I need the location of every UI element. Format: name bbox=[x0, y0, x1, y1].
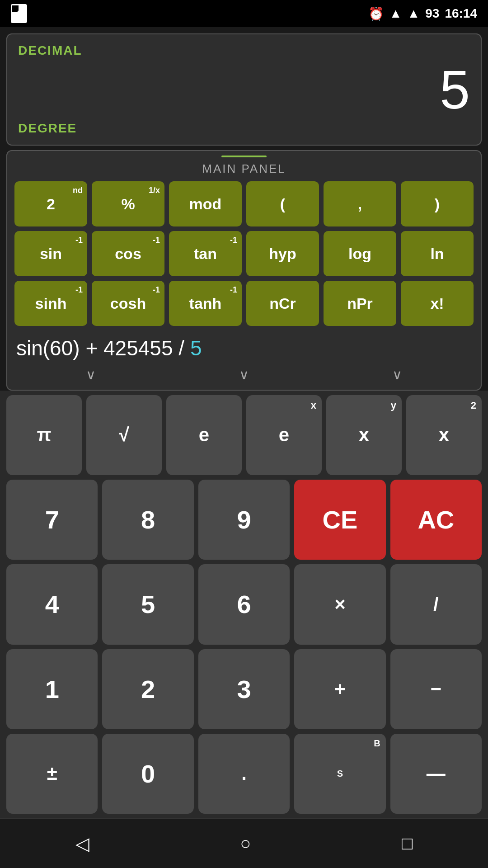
battery-level: 93 bbox=[425, 6, 439, 21]
btn-9[interactable]: 9 bbox=[198, 480, 290, 560]
btn-tanh[interactable]: tanh-1 bbox=[169, 281, 242, 326]
btn-x2[interactable]: x2 bbox=[406, 395, 482, 475]
btn-minus[interactable]: − bbox=[390, 649, 482, 729]
btn-6[interactable]: 6 bbox=[198, 564, 290, 644]
chevron-row: ∨ ∨ ∨ bbox=[14, 364, 474, 383]
back-button[interactable]: ◁ bbox=[75, 833, 89, 854]
btn-sqrt[interactable]: √ bbox=[86, 395, 162, 475]
display-area: DECIMAL 5 DEGREE bbox=[6, 33, 482, 146]
btn-xy[interactable]: xy bbox=[326, 395, 402, 475]
chevron-left[interactable]: ∨ bbox=[86, 367, 96, 382]
num-row-2: 4 5 6 × / bbox=[6, 564, 482, 644]
num-row-3: 1 2 3 + − bbox=[6, 649, 482, 729]
btn-mod[interactable]: mod bbox=[169, 181, 242, 226]
main-panel: MAIN PANEL 2nd %1/x mod ( , ) sin-1 cos-… bbox=[6, 150, 482, 391]
signal-icon: ▲ bbox=[408, 6, 420, 21]
btn-7[interactable]: 7 bbox=[6, 480, 98, 560]
btn-ce[interactable]: CE bbox=[294, 480, 385, 560]
btn-divide[interactable]: / bbox=[390, 564, 482, 644]
nav-bar: ◁ ○ □ bbox=[0, 818, 488, 868]
decimal-label: DECIMAL bbox=[18, 43, 470, 58]
chevron-center[interactable]: ∨ bbox=[239, 367, 249, 382]
expression-highlight: 5 bbox=[190, 336, 202, 360]
btn-log[interactable]: log bbox=[324, 231, 396, 276]
degree-label: DEGREE bbox=[18, 121, 470, 136]
status-right: ⏰ ▲ ▲ 93 16:14 bbox=[368, 6, 477, 21]
btn-sin[interactable]: sin-1 bbox=[14, 231, 87, 276]
status-left bbox=[11, 4, 27, 23]
btn-plusminus[interactable]: ± bbox=[6, 734, 98, 814]
btn-1[interactable]: 1 bbox=[6, 649, 98, 729]
btn-plus[interactable]: + bbox=[294, 649, 385, 729]
btn-cos[interactable]: cos-1 bbox=[92, 231, 164, 276]
sci-row-2: sin-1 cos-1 tan-1 hyp log ln bbox=[14, 231, 474, 276]
main-panel-title: MAIN PANEL bbox=[14, 156, 474, 176]
alarm-icon: ⏰ bbox=[368, 6, 384, 21]
time-display: 16:14 bbox=[445, 6, 477, 21]
btn-ac[interactable]: AC bbox=[390, 480, 482, 560]
btn-8[interactable]: 8 bbox=[102, 480, 193, 560]
expression-text: sin(60) + 425455 / bbox=[16, 336, 190, 360]
btn-equals[interactable]: — bbox=[390, 734, 482, 814]
sci-row-3: sinh-1 cosh-1 tanh-1 nCr nPr x! bbox=[14, 281, 474, 326]
btn-euler[interactable]: e bbox=[166, 395, 242, 475]
wifi-icon: ▲ bbox=[389, 6, 402, 21]
home-button[interactable]: ○ bbox=[240, 833, 251, 854]
btn-pi[interactable]: π bbox=[6, 395, 82, 475]
btn-3[interactable]: 3 bbox=[198, 649, 290, 729]
btn-ex[interactable]: ex bbox=[246, 395, 322, 475]
btn-close-paren[interactable]: ) bbox=[401, 181, 474, 226]
btn-tan[interactable]: tan-1 bbox=[169, 231, 242, 276]
btn-ncr[interactable]: nCr bbox=[246, 281, 319, 326]
btn-xfact[interactable]: x! bbox=[401, 281, 474, 326]
btn-dot[interactable]: . bbox=[198, 734, 290, 814]
sim-icon bbox=[11, 4, 27, 23]
btn-2nd[interactable]: 2nd bbox=[14, 181, 87, 226]
btn-hyp[interactable]: hyp bbox=[246, 231, 319, 276]
status-bar: ⏰ ▲ ▲ 93 16:14 bbox=[0, 0, 488, 27]
sci-row-1: 2nd %1/x mod ( , ) bbox=[14, 181, 474, 226]
btn-comma[interactable]: , bbox=[324, 181, 396, 226]
chevron-right[interactable]: ∨ bbox=[392, 367, 402, 382]
btn-ln[interactable]: ln bbox=[401, 231, 474, 276]
num-row-4: ± 0 . BS — bbox=[6, 734, 482, 814]
expression-bar: sin(60) + 425455 / 5 bbox=[14, 330, 474, 364]
btn-5[interactable]: 5 bbox=[102, 564, 193, 644]
btn-4[interactable]: 4 bbox=[6, 564, 98, 644]
btn-npr[interactable]: nPr bbox=[324, 281, 396, 326]
btn-sinh[interactable]: sinh-1 bbox=[14, 281, 87, 326]
btn-open-paren[interactable]: ( bbox=[246, 181, 319, 226]
display-value: 5 bbox=[18, 62, 470, 117]
btn-0[interactable]: 0 bbox=[102, 734, 193, 814]
calc-area: π √ e ex xy x2 7 8 9 CE AC 4 5 6 × / 1 2… bbox=[0, 391, 488, 818]
num-row-1: 7 8 9 CE AC bbox=[6, 480, 482, 560]
btn-percent[interactable]: %1/x bbox=[92, 181, 164, 226]
btn-cosh[interactable]: cosh-1 bbox=[92, 281, 164, 326]
btn-2[interactable]: 2 bbox=[102, 649, 193, 729]
recent-button[interactable]: □ bbox=[402, 833, 413, 854]
btn-bs[interactable]: BS bbox=[294, 734, 385, 814]
func-row: π √ e ex xy x2 bbox=[6, 395, 482, 475]
btn-multiply[interactable]: × bbox=[294, 564, 385, 644]
